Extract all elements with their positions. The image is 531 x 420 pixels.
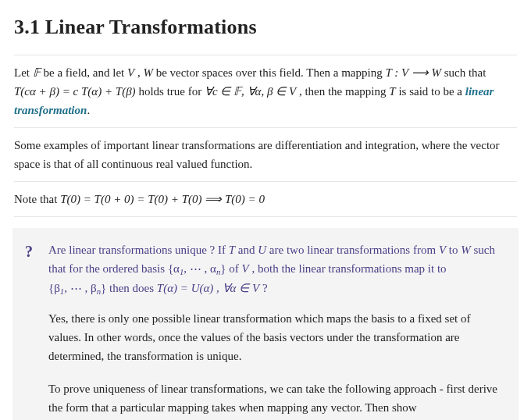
note-paragraph: Note that T(0) = T(0 + 0) = T(0) + T(0) …: [14, 190, 517, 208]
math-field-F: 𝔽: [33, 66, 41, 79]
divider: [14, 181, 517, 182]
text: holds true for: [138, 85, 205, 98]
text: Note that: [14, 193, 60, 205]
math-V: V: [127, 66, 134, 79]
math-V: V: [242, 262, 249, 275]
text: is said to be a: [398, 85, 465, 98]
text: be a field, and let: [44, 66, 127, 79]
math-V: V: [439, 244, 446, 256]
math-T-zero: T(0) = T(0 + 0) = T(0) + T(0) ⟹ T(0) = 0: [60, 193, 265, 205]
examples-paragraph: Some examples of important linear transf…: [14, 136, 517, 173]
text: be vector spaces over this field. Then a…: [156, 66, 386, 79]
question-callout: ? Are linear transformations unique ? If…: [12, 228, 519, 420]
text: of: [229, 262, 241, 275]
definition-paragraph: Let 𝔽 be a field, and let V , W be vecto…: [14, 63, 517, 119]
text: then does: [109, 282, 157, 294]
math-alpha-basis: {α1, ⋯ , αn}: [168, 262, 226, 275]
math-equality: T(α) = U(α) , ∀α ∈ V: [157, 282, 259, 294]
divider: [14, 216, 517, 217]
math-W: W: [461, 244, 471, 256]
text: such that: [444, 66, 486, 79]
text: ?: [262, 282, 268, 294]
text: Let: [14, 66, 33, 79]
text: Are linear transformations unique ? If: [48, 244, 229, 256]
callout-question: Are linear transformations unique ? If T…: [48, 240, 503, 298]
text: and: [238, 244, 258, 256]
question-mark-icon: ?: [25, 239, 33, 264]
text: to: [449, 244, 461, 256]
math-U: U: [258, 244, 266, 256]
section-heading: 3.1 Linear Transformations: [14, 11, 517, 44]
text: .: [87, 104, 90, 116]
callout-answer-2: To prove uniqueness of linear transforma…: [48, 379, 503, 417]
math-linearity-condition: T(cα + β) = c T(α) + T(β): [14, 85, 136, 98]
callout-answer-1: Yes, there is only one possible linear t…: [48, 309, 503, 365]
math-T: T: [229, 244, 235, 256]
divider: [14, 127, 517, 128]
math-mapping: T : V ⟶ W: [385, 66, 440, 79]
text: , both the linear transformations map it…: [251, 262, 446, 275]
divider: [14, 55, 517, 55]
math-quantifiers: ∀c ∈ 𝔽, ∀α, β ∈ V: [205, 85, 296, 98]
math-T: T: [389, 85, 395, 98]
text: are two linear transformations from: [269, 244, 439, 256]
text: , then the mapping: [299, 85, 389, 98]
math-W: W: [143, 66, 153, 79]
math-beta-basis: {β1, ⋯ , βn}: [48, 282, 106, 294]
